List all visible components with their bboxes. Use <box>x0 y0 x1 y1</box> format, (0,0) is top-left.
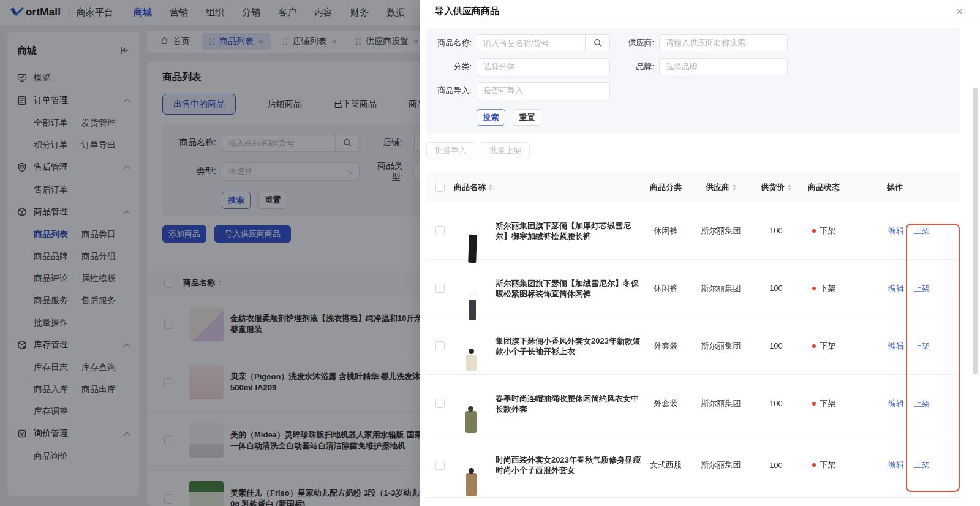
publish-link[interactable]: 上架 <box>914 341 930 352</box>
modal-scrollbar[interactable] <box>973 88 978 374</box>
edit-link[interactable]: 编辑 <box>888 225 904 236</box>
category-select[interactable]: 选择分类 <box>477 58 610 75</box>
table-row[interactable]: 时尚西装外套女2023年春秋气质修身显瘦时尚小个子西服外套女 女式西服 斯尔丽集… <box>426 432 960 498</box>
modal-title: 导入供应商商品 <box>435 6 499 17</box>
table-header: 商品名称 商品分类 供应商 供货价 商品状态 操作 <box>426 172 960 202</box>
publish-link[interactable]: 上架 <box>914 283 930 294</box>
batch-import-button[interactable]: 批量导入 <box>426 142 475 159</box>
row-checkbox[interactable] <box>435 399 445 408</box>
product-name-label: 商品名称: <box>426 37 472 48</box>
sort-icon[interactable] <box>733 184 736 191</box>
status-dot <box>812 229 816 233</box>
publish-link[interactable]: 上架 <box>914 225 930 236</box>
search-icon-button[interactable] <box>586 34 610 51</box>
brand-label: 品牌: <box>615 61 654 72</box>
batch-actions: 批量导入 批量上架 <box>426 142 980 159</box>
status-badge: 下架 <box>820 341 836 352</box>
modal-reset-button[interactable]: 重置 <box>513 109 541 126</box>
row-checkbox[interactable] <box>435 226 445 235</box>
status-badge: 下架 <box>820 459 836 470</box>
status-dot <box>812 344 816 348</box>
row-checkbox[interactable] <box>435 461 445 470</box>
status-dot <box>812 463 816 467</box>
publish-link[interactable]: 上架 <box>914 459 930 470</box>
supplier-select[interactable]: 请输入供应商名称搜索 <box>659 34 788 51</box>
batch-publish-button[interactable]: 批量上架 <box>481 142 530 159</box>
status-badge: 下架 <box>820 225 836 236</box>
import-flag-label: 商品导入: <box>426 85 472 96</box>
brand-select[interactable]: 选择品牌 <box>659 58 788 75</box>
table-row[interactable]: 斯尔丽集团旗下瑟俪【加厚灯芯绒雪尼尔】御寒加绒裤松紧腰长裤 休闲裤 斯尔丽集团 … <box>426 202 960 260</box>
sort-icon[interactable] <box>489 184 492 191</box>
sort-icon[interactable] <box>788 184 791 191</box>
import-flag-select[interactable]: 是否可导入 <box>477 82 610 99</box>
import-supplier-products-modal: 导入供应商商品 × 商品名称: 供应商: 请输入供应商名称搜索 分类: 选择分类… <box>420 0 980 506</box>
supplier-label: 供应商: <box>615 37 654 48</box>
edit-link[interactable]: 编辑 <box>888 341 904 352</box>
status-badge: 下架 <box>820 283 836 294</box>
row-checkbox[interactable] <box>435 341 445 350</box>
edit-link[interactable]: 编辑 <box>888 398 904 409</box>
modal-product-name-input[interactable] <box>477 34 586 51</box>
status-dot <box>812 287 816 290</box>
table-row[interactable]: 斯尔丽集团旗下瑟俪【加绒雪尼尔】冬保暖松紧图标装饰直筒休闲裤 休闲裤 斯尔丽集团… <box>426 260 960 317</box>
row-checkbox[interactable] <box>435 284 445 293</box>
supplier-products-table: 商品名称 商品分类 供应商 供货价 商品状态 操作 斯尔丽集团旗下瑟俪【加厚灯芯… <box>426 172 960 498</box>
close-modal-icon[interactable]: × <box>954 4 965 18</box>
status-badge: 下架 <box>820 398 836 409</box>
edit-link[interactable]: 编辑 <box>888 459 904 470</box>
table-row[interactable]: 集团旗下瑟俪小香风外套女2023年新款短款小个子长袖开衫上衣 外套装 斯尔丽集团… <box>426 317 960 375</box>
edit-link[interactable]: 编辑 <box>888 283 904 294</box>
modal-filter-panel: 商品名称: 供应商: 请输入供应商名称搜索 分类: 选择分类 品牌: 选择品牌 <box>426 28 960 134</box>
category-label: 分类: <box>426 61 472 72</box>
status-dot <box>812 402 816 406</box>
publish-link[interactable]: 上架 <box>914 398 930 409</box>
table-row[interactable]: 春季时尚连帽抽绳收腰休闲简约风衣女中长款外套 外套装 斯尔丽集团 100 下架 … <box>426 375 960 432</box>
modal-search-button[interactable]: 搜索 <box>477 109 505 126</box>
select-all-checkbox[interactable] <box>435 183 445 192</box>
